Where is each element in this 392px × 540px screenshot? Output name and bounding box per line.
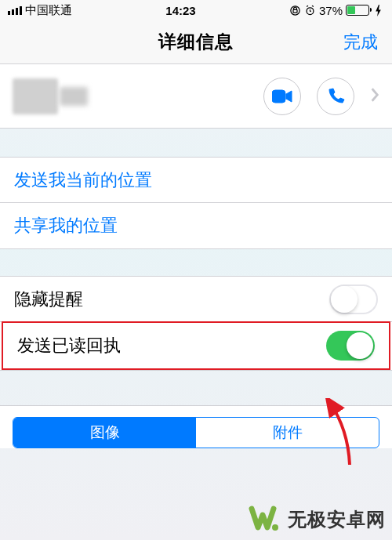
- facetime-video-button[interactable]: [263, 78, 301, 115]
- share-my-location[interactable]: 共享我的位置: [0, 203, 392, 248]
- send-current-location-label: 发送我当前的位置: [14, 169, 378, 192]
- hide-alerts-row: 隐藏提醒: [0, 277, 392, 322]
- svg-rect-3: [272, 90, 285, 103]
- watermark-text: 无极安卓网: [288, 507, 386, 532]
- hide-alerts-label: 隐藏提醒: [14, 288, 329, 311]
- settings-group: 隐藏提醒 发送已读回执: [0, 276, 392, 371]
- send-current-location[interactable]: 发送我当前的位置: [0, 158, 392, 203]
- signal-bars-icon: [8, 6, 22, 15]
- battery-pct: 37%: [319, 4, 343, 17]
- watermark-logo-icon: [249, 504, 283, 535]
- orientation-lock-icon: [289, 5, 301, 16]
- location-group: 发送我当前的位置 共享我的位置: [0, 157, 392, 249]
- read-receipts-row: 发送已读回执: [3, 323, 389, 368]
- status-time: 14:23: [165, 4, 195, 17]
- avatar: [13, 78, 58, 114]
- charging-icon: [372, 5, 384, 16]
- tab-attachments[interactable]: 附件: [196, 418, 379, 448]
- share-my-location-label: 共享我的位置: [14, 214, 378, 237]
- nav-bar: 详细信息 完成: [0, 20, 392, 64]
- hide-alerts-toggle[interactable]: [329, 284, 378, 314]
- chevron-right-icon: [370, 87, 379, 106]
- attachments-tabs: 图像 附件: [0, 405, 392, 448]
- contact-row[interactable]: [0, 64, 392, 129]
- read-receipts-highlight: 发送已读回执: [2, 321, 390, 370]
- done-button[interactable]: 完成: [343, 31, 378, 54]
- call-button[interactable]: [317, 78, 354, 115]
- read-receipts-toggle[interactable]: [326, 331, 375, 361]
- battery-icon: [346, 5, 369, 16]
- video-icon: [272, 89, 292, 103]
- read-receipts-label: 发送已读回执: [17, 334, 326, 357]
- page-title: 详细信息: [158, 30, 234, 54]
- carrier-label: 中国联通: [25, 3, 72, 18]
- alarm-icon: [304, 5, 316, 16]
- contact-name-blurred: [60, 87, 88, 106]
- phone-icon: [326, 87, 345, 106]
- svg-point-4: [272, 524, 278, 531]
- watermark: 无极安卓网: [249, 504, 386, 535]
- tab-images[interactable]: 图像: [13, 418, 196, 448]
- status-bar: 中国联通 14:23 37%: [0, 0, 392, 20]
